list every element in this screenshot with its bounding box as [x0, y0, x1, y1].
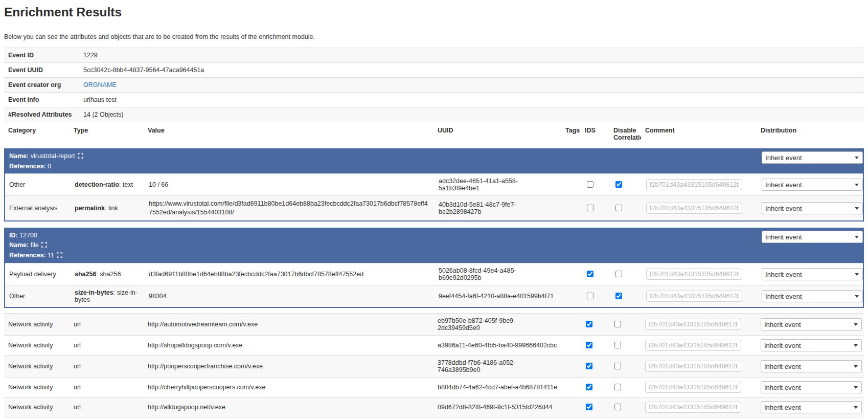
attribute-type: url [70, 397, 144, 417]
attribute-value: http://alldogspoop.mobi/v.exe [144, 417, 433, 420]
distribution-select[interactable]: Inherit event [761, 360, 862, 372]
expand-icon[interactable] [41, 241, 47, 250]
attribute-value: http://automotivedreamteam.com/v.exe [144, 314, 433, 336]
attribute-uuid: b804db74-4a62-4cd7-abef-a4b68781411e [433, 378, 561, 397]
attribute-category: Network activity [4, 417, 70, 420]
ids-checkbox[interactable] [587, 293, 593, 299]
disable-correlation-checkbox[interactable] [614, 321, 621, 327]
attribute-type: url [70, 314, 144, 336]
column-category: Category [4, 122, 70, 149]
attribute-value: http://shopalldogspoop.com/v.exe [144, 336, 433, 356]
disable-correlation-checkbox[interactable] [615, 181, 622, 188]
attribute-category: Network activity [4, 336, 70, 356]
event-info-table: Event ID 1229 Event UUID 5cc3042c-8bb4-4… [4, 48, 864, 122]
ids-checkbox[interactable] [587, 271, 593, 277]
ids-checkbox[interactable] [586, 342, 592, 348]
attribute-type: url [70, 356, 144, 378]
ids-checkbox[interactable] [586, 404, 592, 410]
table-row: Network activity url http://shopalldogsp… [4, 336, 864, 356]
attribute-tags [561, 397, 581, 417]
distribution-select[interactable]: Inherit event [762, 202, 863, 214]
comment-input[interactable] [645, 361, 741, 372]
attribute-category: Network activity [4, 356, 70, 378]
expand-icon[interactable] [57, 252, 62, 260]
attribute-uuid: 3778ddbd-f7b6-4186-a052-746a3895b9e0 [433, 356, 561, 378]
event-info-row: Event creator org ORGNAME [4, 78, 864, 93]
distribution-select[interactable]: Inherit event [761, 401, 862, 413]
attribute-category: Network activity [4, 314, 70, 336]
disable-correlation-checkbox[interactable] [614, 384, 621, 390]
column-value: Value [144, 122, 433, 149]
disable-correlation-checkbox[interactable] [614, 342, 621, 348]
attribute-category: Network activity [4, 397, 70, 417]
attribute-tags [561, 336, 581, 356]
ids-checkbox[interactable] [586, 363, 592, 369]
column-uuid: UUID [433, 122, 561, 149]
object-name: file [31, 241, 39, 249]
event-creator-org-link[interactable]: ORGNAME [83, 81, 117, 89]
attribute-value: d3fad6911b80be1d64eb88ba23fecbcddc2faa73… [145, 263, 435, 285]
comment-input[interactable] [645, 319, 741, 330]
ids-checkbox[interactable] [587, 205, 593, 211]
distribution-select[interactable]: Inherit event [762, 290, 863, 302]
page-description: Below you can see the attributes and obj… [4, 33, 864, 40]
object-id-label: ID: [9, 232, 18, 239]
comment-input[interactable] [646, 269, 742, 280]
event-info-row: Event ID 1229 [4, 48, 864, 63]
attribute-tags [562, 196, 582, 221]
distribution-select[interactable]: Inherit event [762, 231, 863, 243]
table-row: Payload delivery sha256: sha256 d3fad691… [5, 263, 863, 285]
distribution-select[interactable]: Inherit event [761, 318, 862, 330]
object-name: virustotal-report [31, 152, 75, 160]
table-row: External analysis permalink: link https:… [5, 196, 863, 221]
object-id: 12700 [19, 232, 37, 239]
attribute-type: permalink: link [71, 196, 145, 221]
event-creator-org-label: Event creator org [4, 78, 79, 93]
column-disable-correlation: Disable Correlation [609, 122, 641, 149]
attribute-tags [562, 263, 582, 285]
comment-input[interactable] [646, 291, 742, 302]
object-references: 0 [48, 163, 51, 170]
attribute-uuid: a3986a11-4e60-4fb5-ba40-999666402cbc [433, 336, 561, 356]
attribute-value: 98304 [145, 285, 435, 307]
distribution-select[interactable]: Inherit event [761, 381, 862, 393]
column-comment: Comment [641, 122, 757, 149]
comment-input[interactable] [646, 179, 742, 190]
table-row: Network activity url http://alldogspoop.… [4, 417, 864, 420]
table-row: Other size-in-bytes: size-in-bytes 98304… [5, 285, 863, 307]
comment-input[interactable] [645, 402, 741, 413]
comment-input[interactable] [645, 340, 741, 351]
attribute-uuid: 09d672d8-82f8-469f-9c1f-5315fd226d44 [433, 397, 561, 417]
ids-checkbox[interactable] [586, 384, 592, 390]
table-row: Network activity url http://pooperscoope… [4, 356, 864, 378]
page-title: Enrichment Results [4, 5, 864, 19]
attribute-value: https://www.virustotal.com/file/d3fad691… [145, 196, 435, 221]
resolved-attributes-label: #Resolved Attributes [4, 107, 79, 122]
column-type: Type [70, 122, 144, 149]
distribution-select[interactable]: Inherit event [761, 339, 862, 351]
disable-correlation-checkbox[interactable] [615, 293, 622, 299]
attribute-type: url [70, 378, 144, 397]
event-info-row: #Resolved Attributes 14 (2 Objects) [4, 107, 864, 122]
object-header: ID: 12700 Name: file References: 11 Inhe… [5, 229, 863, 263]
distribution-select[interactable]: Inherit event [762, 151, 863, 164]
disable-correlation-checkbox[interactable] [615, 205, 622, 211]
disable-correlation-checkbox[interactable] [614, 363, 621, 369]
distribution-select[interactable]: Inherit event [762, 268, 863, 280]
ids-checkbox[interactable] [587, 181, 593, 188]
expand-icon[interactable] [78, 152, 83, 161]
disable-correlation-checkbox[interactable] [614, 404, 621, 410]
attribute-tags [562, 174, 582, 196]
ids-checkbox[interactable] [586, 321, 592, 327]
event-info-row: Event UUID 5cc3042c-8bb4-4837-9564-47aca… [4, 63, 864, 78]
distribution-select[interactable]: Inherit event [762, 179, 863, 191]
object-references-label: References: [9, 163, 46, 170]
attribute-category: Other [5, 285, 71, 307]
attribute-category: External analysis [5, 196, 71, 221]
attribute-uuid: 48aeba96-b739-47a0-94c1-d583b2b9c4ae [433, 417, 561, 420]
attribute-type: url [70, 336, 144, 356]
attribute-category: Payload delivery [5, 263, 71, 285]
comment-input[interactable] [646, 203, 742, 214]
disable-correlation-checkbox[interactable] [615, 271, 622, 277]
comment-input[interactable] [645, 382, 741, 393]
